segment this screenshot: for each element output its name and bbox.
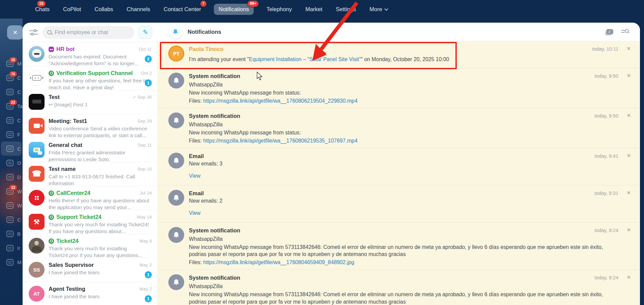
monitor-icon bbox=[6, 231, 13, 237]
calendar-icon bbox=[6, 146, 13, 152]
rail-item-check[interactable]: M bbox=[0, 255, 23, 269]
notification-row-system[interactable]: System notification WhatsappZilla New in… bbox=[157, 108, 640, 148]
rail-badge: 23 bbox=[9, 100, 17, 105]
view-link[interactable]: View bbox=[189, 173, 200, 179]
notification-title: Email bbox=[189, 153, 608, 159]
new-chat-button[interactable]: ✎ bbox=[139, 26, 152, 39]
avatar bbox=[29, 238, 45, 254]
rail-item-forms[interactable]: F bbox=[0, 127, 23, 142]
event-link[interactable]: Equipment Installation – "Solar Panel Si… bbox=[249, 56, 361, 62]
notification-row-system[interactable]: System notification WhatsappZilla New in… bbox=[157, 270, 640, 305]
dismiss-button[interactable]: ✕ bbox=[626, 190, 631, 196]
search-box[interactable] bbox=[43, 26, 134, 39]
chat-date: ✓Sep 30 bbox=[133, 95, 152, 100]
dismiss-button[interactable]: ✕ bbox=[626, 153, 631, 159]
rail-item-cloud[interactable]: C bbox=[0, 113, 23, 127]
unread-badge: 2 bbox=[145, 55, 152, 62]
chat-item-hr-bot[interactable]: HR botOct 11 Document has expired. Docum… bbox=[23, 42, 157, 66]
rail-item-contacts[interactable]: C76 bbox=[0, 71, 23, 85]
chat-item-support-ticket24[interactable]: ⚒ Support Ticket24May 14 Thank you very … bbox=[23, 210, 157, 234]
tools-icon: ⚒ bbox=[34, 218, 40, 226]
notification-row-event-reply[interactable]: PT Paola Tinoco I'm attending your event… bbox=[157, 41, 640, 68]
rail-item-drawer[interactable]: D bbox=[0, 170, 23, 184]
close-menu-button[interactable]: ✕ bbox=[7, 25, 23, 40]
tab-settings[interactable]: Settings bbox=[335, 4, 357, 15]
chat-item-ticket24[interactable]: Ticket24May 8 Thank you very much for in… bbox=[23, 234, 157, 258]
tab-contact-center[interactable]: Contact Center7 bbox=[163, 4, 202, 15]
dismiss-button[interactable]: ✕ bbox=[626, 274, 631, 280]
view-link[interactable]: View bbox=[189, 210, 200, 216]
notification-row-email[interactable]: Email New emails: 3 View today, 9:41 ✕ bbox=[157, 148, 640, 185]
notification-title: System notification bbox=[189, 113, 608, 119]
top-navigation: Chats15 CoPilot Collabs Channels Contact… bbox=[0, 0, 644, 19]
avatar bbox=[29, 46, 45, 62]
notifications-badge: 99+ bbox=[248, 1, 258, 7]
rail-item-monitor[interactable]: B bbox=[0, 227, 23, 241]
notification-sender: Paola Tinoco bbox=[189, 46, 608, 52]
chat-preview: Video conference Send a video conference… bbox=[49, 125, 152, 139]
unread-badge: 1 bbox=[145, 295, 152, 302]
tab-market[interactable]: Market bbox=[305, 4, 323, 15]
rail-item-copilot[interactable]: C bbox=[0, 85, 23, 99]
chat-item-meeting-test1[interactable]: Meeting: Test1Sep 29 Video conference Se… bbox=[23, 114, 157, 138]
notification-source: WhatsappZilla bbox=[189, 283, 608, 290]
tab-copilot[interactable]: CoPilot bbox=[62, 4, 82, 15]
rail-badge: 76 bbox=[9, 71, 17, 77]
file-link[interactable]: https://msgzilla.link/api/getfile/wa__17… bbox=[203, 98, 358, 104]
rail-item-chats[interactable]: M15 bbox=[0, 56, 23, 71]
rail-badge: 15 bbox=[9, 57, 17, 62]
chat-bubbles-icon bbox=[33, 148, 40, 152]
tab-chats[interactable]: Chats15 bbox=[34, 4, 50, 15]
notification-source: WhatsappZilla bbox=[189, 81, 608, 88]
rail-item-people[interactable]: W bbox=[0, 198, 23, 212]
chat-item-test[interactable]: Test✓Sep 30 ↩ [Image] Post 1 bbox=[23, 90, 157, 114]
mark-all-read-button[interactable] bbox=[604, 26, 616, 37]
dismiss-button[interactable]: ✕ bbox=[626, 46, 631, 52]
chat-preview: Hello there! If you have any questions a… bbox=[49, 197, 152, 211]
bell-avatar bbox=[168, 153, 184, 169]
pencil-icon: ✎ bbox=[143, 28, 148, 36]
chat-item-verification-support[interactable]: Verification Support ChannelOct 2 If you… bbox=[23, 66, 157, 90]
chat-item-test-name[interactable]: ☎ Test nameSep 10 Call to +1 833-913-067… bbox=[23, 162, 157, 186]
notification-text: New emails: 3 bbox=[189, 160, 608, 168]
unread-badge: 1 bbox=[145, 79, 152, 86]
notification-row-system[interactable]: System notification WhatsappZilla New in… bbox=[157, 68, 640, 108]
rail-item-docs[interactable]: O bbox=[0, 156, 23, 170]
filter-icon[interactable] bbox=[29, 29, 38, 35]
chat-list[interactable]: HR botOct 11 Document has expired. Docum… bbox=[23, 42, 157, 305]
notification-title: System notification bbox=[189, 227, 608, 234]
bell-icon bbox=[169, 25, 182, 39]
copilot-icon bbox=[6, 89, 13, 95]
rail-item-mail[interactable]: W13 bbox=[0, 184, 23, 198]
rail-item-tasks[interactable]: Ta23 bbox=[0, 99, 23, 113]
chat-preview: I have joined the team. bbox=[49, 293, 152, 300]
chat-item-agent-testing[interactable]: AT Agent TestingMay 2 I have joined the … bbox=[23, 282, 157, 305]
file-link[interactable]: https://msgzilla.link/api/getfile/wa__17… bbox=[203, 259, 354, 265]
file-link[interactable]: https://msgzilla.link/api/getfile/wa__17… bbox=[203, 138, 358, 144]
notification-row-system[interactable]: System notification WhatsappZilla New in… bbox=[157, 223, 640, 270]
chat-date: Oct 2 bbox=[141, 71, 152, 76]
chat-date: Sep 10 bbox=[137, 167, 152, 172]
notification-list[interactable]: PT Paola Tinoco I'm attending your event… bbox=[157, 41, 640, 305]
notification-text: New incoming WhatsApp message from 57311… bbox=[189, 291, 608, 305]
chat-item-callcenter24[interactable]: CallCenter24Jul 24 Hello there! If you h… bbox=[23, 186, 157, 210]
tab-channels[interactable]: Channels bbox=[126, 4, 151, 15]
dismiss-button[interactable]: ✕ bbox=[626, 112, 631, 119]
chat-item-sales-supervisor[interactable]: SS Sales SupervisorMay 2 I have joined t… bbox=[23, 258, 157, 282]
chat-item-general-chat[interactable]: General chatSep 11 Frida Pérez granted a… bbox=[23, 138, 157, 162]
rail-items: M15 C76 C Ta23 C F C O D W13 W C B Ir M bbox=[0, 56, 23, 269]
twilio-dots-icon bbox=[34, 195, 39, 201]
tab-more[interactable]: More bbox=[369, 4, 388, 15]
rail-item-disc[interactable]: C bbox=[0, 212, 23, 227]
dismiss-button[interactable]: ✕ bbox=[626, 227, 631, 233]
dismiss-button[interactable]: ✕ bbox=[626, 73, 631, 79]
rail-item-calendar[interactable]: C bbox=[1, 142, 22, 156]
tab-collabs[interactable]: Collabs bbox=[94, 4, 114, 15]
drawer-icon bbox=[6, 174, 13, 180]
search-notifications-button[interactable] bbox=[619, 26, 631, 37]
notification-row-email[interactable]: Email New emails: 2 View today, 9:31 ✕ bbox=[157, 185, 640, 223]
tab-notifications[interactable]: Notifications99+ bbox=[214, 4, 254, 15]
rail-item-card[interactable]: Ir bbox=[0, 241, 23, 255]
tab-telephony[interactable]: Telephony bbox=[266, 4, 292, 15]
search-input[interactable] bbox=[55, 29, 130, 35]
